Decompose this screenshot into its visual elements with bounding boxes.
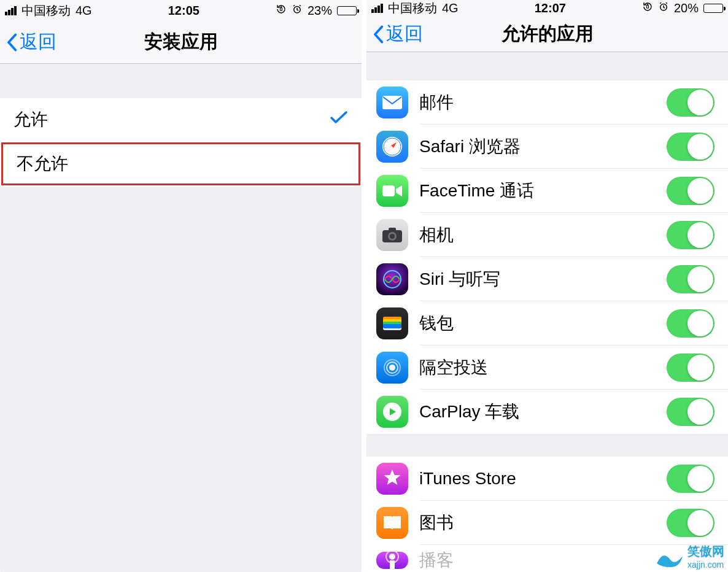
install-apps-options: 允许 不允许 — [0, 98, 362, 187]
toggle-switch[interactable] — [667, 354, 714, 382]
app-row-safari[interactable]: Safari 浏览器 — [366, 125, 728, 169]
battery-pct: 20% — [674, 1, 699, 15]
alarm-icon — [658, 1, 669, 15]
option-disallow-label: 不允许 — [17, 152, 68, 176]
allowed-apps-group-1: 邮件 Safari 浏览器 FaceTime 通话 相机 — [366, 80, 728, 434]
carrier-label: 中国移动 — [388, 0, 437, 17]
svg-rect-7 — [382, 185, 395, 196]
app-row-carplay[interactable]: CarPlay 车载 — [366, 390, 728, 434]
svg-rect-4 — [382, 96, 402, 109]
back-button[interactable]: 返回 — [5, 29, 56, 55]
battery-pct: 23% — [308, 4, 332, 18]
toggle-switch[interactable] — [667, 509, 714, 537]
app-label: 相机 — [419, 223, 454, 247]
network-label: 4G — [442, 1, 459, 15]
wallet-icon — [376, 307, 408, 339]
app-label: CarPlay 车载 — [419, 400, 519, 423]
app-row-camera[interactable]: 相机 — [366, 213, 728, 257]
app-row-wallet[interactable]: 钱包 — [366, 301, 728, 346]
svg-rect-2 — [646, 6, 648, 9]
svg-point-18 — [389, 365, 395, 371]
app-label: 播客 — [419, 549, 454, 572]
left-screen: 中国移动 4G 12:05 23% 返回 安装应用 允许 — [0, 0, 362, 572]
status-bar: 中国移动 4G 12:05 23% — [0, 0, 362, 21]
toggle-switch[interactable] — [667, 221, 714, 249]
toggle-switch[interactable] — [667, 465, 714, 493]
airdrop-icon — [376, 352, 408, 384]
podcast-icon — [376, 552, 408, 569]
option-disallow[interactable]: 不允许 — [1, 142, 360, 185]
toggle-switch[interactable] — [667, 88, 714, 117]
toggle-switch[interactable] — [667, 133, 714, 161]
app-row-facetime[interactable]: FaceTime 通话 — [366, 169, 728, 213]
toggle-switch[interactable] — [667, 177, 714, 205]
page-title: 允许的应用 — [501, 21, 594, 47]
battery-icon — [337, 6, 357, 15]
battery-icon — [703, 4, 723, 13]
svg-rect-9 — [389, 228, 396, 231]
app-row-books[interactable]: 图书 — [366, 501, 728, 545]
toggle-switch[interactable] — [667, 398, 714, 426]
rotation-lock-icon — [276, 4, 287, 18]
allowed-apps-group-2: iTunes Store 图书 播客 — [366, 457, 728, 572]
app-row-podcast[interactable]: 播客 — [366, 545, 728, 572]
alarm-icon — [292, 4, 303, 18]
carrier-label: 中国移动 — [21, 2, 71, 19]
app-label: iTunes Store — [419, 469, 516, 489]
app-label: Safari 浏览器 — [419, 135, 521, 158]
camera-icon — [376, 219, 408, 251]
clock: 12:07 — [535, 1, 566, 15]
app-label: 隔空投送 — [419, 356, 488, 379]
signal-icon — [5, 6, 17, 15]
app-row-itunes[interactable]: iTunes Store — [366, 457, 728, 501]
facetime-icon — [376, 175, 408, 207]
app-row-siri[interactable]: Siri 与听写 — [366, 257, 728, 301]
mail-icon — [376, 87, 408, 118]
page-title: 安装应用 — [144, 29, 218, 55]
books-icon — [376, 507, 408, 539]
app-row-mail[interactable]: 邮件 — [366, 80, 728, 125]
safari-icon — [376, 131, 408, 163]
right-screen: 中国移动 4G 12:07 20% 返回 允许的应用 — [366, 0, 728, 572]
network-label: 4G — [76, 4, 92, 18]
svg-rect-0 — [280, 7, 282, 10]
svg-rect-17 — [383, 324, 401, 328]
app-label: FaceTime 通话 — [419, 179, 534, 203]
back-label: 返回 — [386, 21, 423, 47]
checkmark-icon — [330, 110, 348, 129]
option-allow-label: 允许 — [14, 108, 48, 131]
option-allow[interactable]: 允许 — [0, 98, 362, 141]
nav-bar: 返回 允许的应用 — [366, 17, 728, 52]
app-label: Siri 与听写 — [419, 268, 500, 291]
app-label: 图书 — [419, 511, 454, 535]
signal-icon — [371, 4, 383, 13]
app-row-airdrop[interactable]: 隔空投送 — [366, 346, 728, 390]
nav-bar: 返回 安装应用 — [0, 21, 362, 64]
siri-icon — [376, 263, 408, 295]
back-button[interactable]: 返回 — [371, 21, 423, 47]
back-chevron-icon — [5, 33, 18, 52]
svg-point-22 — [389, 554, 395, 560]
toggle-switch[interactable] — [667, 309, 714, 338]
itunes-icon — [376, 463, 408, 495]
svg-point-11 — [390, 234, 395, 239]
app-label: 钱包 — [419, 312, 454, 335]
back-label: 返回 — [20, 29, 56, 55]
rotation-lock-icon — [642, 1, 653, 15]
app-label: 邮件 — [419, 91, 454, 114]
toggle-switch[interactable] — [667, 265, 714, 293]
clock: 12:05 — [168, 4, 199, 18]
carplay-icon — [376, 396, 408, 428]
back-chevron-icon — [371, 25, 385, 44]
status-bar: 中国移动 4G 12:07 20% — [366, 0, 728, 17]
